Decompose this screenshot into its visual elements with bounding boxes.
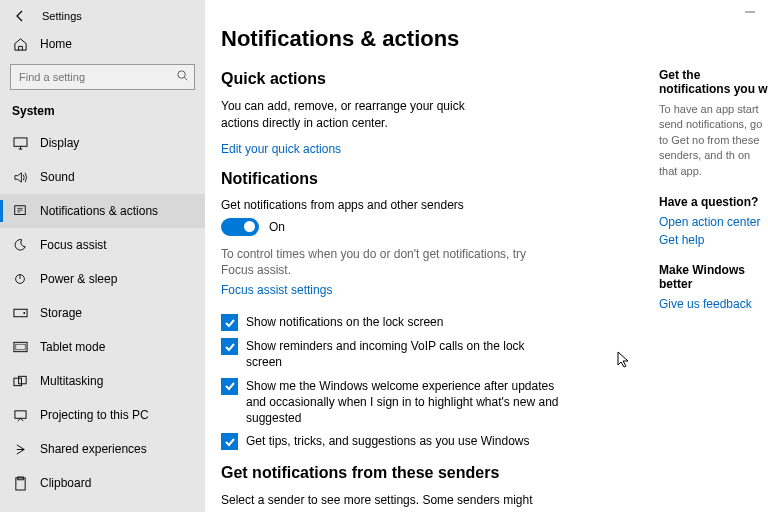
- nav-notifications[interactable]: Notifications & actions: [0, 194, 205, 228]
- nav-label: Sound: [40, 170, 75, 184]
- display-icon: [12, 135, 28, 151]
- nav-projecting[interactable]: Projecting to this PC: [0, 398, 205, 432]
- checkbox-label: Show me the Windows welcome experience a…: [246, 378, 561, 427]
- toggle-label: On: [269, 220, 285, 234]
- check-icon: [221, 314, 238, 331]
- power-icon: [12, 271, 28, 287]
- nav-label: Tablet mode: [40, 340, 105, 354]
- nav-label: Clipboard: [40, 476, 91, 490]
- checkbox-tips[interactable]: Get tips, tricks, and suggestions as you…: [221, 433, 561, 450]
- multitasking-icon: [12, 373, 28, 389]
- nav-label: Projecting to this PC: [40, 408, 149, 422]
- checkbox-lockscreen[interactable]: Show notifications on the lock screen: [221, 314, 561, 331]
- focus-assist-desc: To control times when you do or don't ge…: [221, 246, 531, 280]
- nav-power[interactable]: Power & sleep: [0, 262, 205, 296]
- nav-multitasking[interactable]: Multitasking: [0, 364, 205, 398]
- quick-actions-desc: You can add, remove, or rearrange your q…: [221, 98, 501, 132]
- notifications-sub: Get notifications from apps and other se…: [221, 198, 631, 212]
- notifications-toggle[interactable]: [221, 218, 259, 236]
- related-desc: To have an app start send notifications,…: [659, 102, 768, 179]
- check-icon: [221, 338, 238, 355]
- get-help-link[interactable]: Get help: [659, 233, 768, 247]
- nav-label: Notifications & actions: [40, 204, 158, 218]
- senders-heading: Get notifications from these senders: [221, 464, 631, 482]
- storage-icon: [12, 305, 28, 321]
- home-button[interactable]: Home: [0, 30, 205, 58]
- senders-desc: Select a sender to see more settings. So…: [221, 492, 551, 512]
- focus-assist-link[interactable]: Focus assist settings: [221, 283, 332, 297]
- checkbox-label: Get tips, tricks, and suggestions as you…: [246, 433, 529, 449]
- svg-rect-7: [15, 344, 24, 350]
- edit-quick-actions-link[interactable]: Edit your quick actions: [221, 142, 341, 156]
- right-pane: Get the notifications you w To have an a…: [631, 26, 768, 512]
- notifications-icon: [12, 203, 28, 219]
- notifications-heading: Notifications: [221, 170, 631, 188]
- nav-display[interactable]: Display: [0, 126, 205, 160]
- svg-point-5: [23, 312, 25, 314]
- nav-shared[interactable]: Shared experiences: [0, 432, 205, 466]
- page-title: Notifications & actions: [221, 26, 631, 52]
- checkbox-welcome[interactable]: Show me the Windows welcome experience a…: [221, 378, 561, 427]
- nav-sound[interactable]: Sound: [0, 160, 205, 194]
- nav-label: Multitasking: [40, 374, 103, 388]
- search-icon: [176, 69, 189, 85]
- tablet-icon: [12, 339, 28, 355]
- main-content: Notifications & actions Quick actions Yo…: [221, 26, 631, 512]
- shared-icon: [12, 441, 28, 457]
- nav-label: Power & sleep: [40, 272, 117, 286]
- nav-clipboard[interactable]: Clipboard: [0, 466, 205, 500]
- projecting-icon: [12, 407, 28, 423]
- category-header: System: [0, 100, 205, 126]
- open-action-center-link[interactable]: Open action center: [659, 215, 768, 229]
- nav-tablet[interactable]: Tablet mode: [0, 330, 205, 364]
- svg-rect-9: [18, 376, 26, 384]
- svg-point-0: [178, 71, 185, 78]
- home-icon: [12, 36, 28, 52]
- feedback-link[interactable]: Give us feedback: [659, 297, 768, 311]
- check-icon: [221, 378, 238, 395]
- home-label: Home: [40, 37, 72, 51]
- question-heading: Have a question?: [659, 195, 768, 209]
- sidebar: Settings Home System Display Sound Notif…: [0, 0, 205, 512]
- checkbox-label: Show reminders and incoming VoIP calls o…: [246, 338, 561, 370]
- nav-label: Focus assist: [40, 238, 107, 252]
- sound-icon: [12, 169, 28, 185]
- moon-icon: [12, 237, 28, 253]
- clipboard-icon: [12, 475, 28, 491]
- minimize-button[interactable]: [744, 6, 756, 21]
- nav-storage[interactable]: Storage: [0, 296, 205, 330]
- checkbox-label: Show notifications on the lock screen: [246, 314, 443, 330]
- nav-label: Display: [40, 136, 79, 150]
- nav-remote[interactable]: Remote Desktop: [0, 500, 205, 512]
- check-icon: [221, 433, 238, 450]
- related-heading: Get the notifications you w: [659, 68, 768, 96]
- nav-focus-assist[interactable]: Focus assist: [0, 228, 205, 262]
- nav-label: Shared experiences: [40, 442, 147, 456]
- quick-actions-heading: Quick actions: [221, 70, 631, 88]
- window-title: Settings: [42, 10, 82, 22]
- feedback-heading: Make Windows better: [659, 263, 768, 291]
- nav-label: Storage: [40, 306, 82, 320]
- svg-rect-1: [14, 137, 27, 145]
- back-button[interactable]: [12, 8, 28, 24]
- checkbox-voip[interactable]: Show reminders and incoming VoIP calls o…: [221, 338, 561, 370]
- search-input[interactable]: [10, 64, 195, 90]
- svg-rect-8: [13, 378, 21, 386]
- svg-rect-10: [14, 410, 25, 417]
